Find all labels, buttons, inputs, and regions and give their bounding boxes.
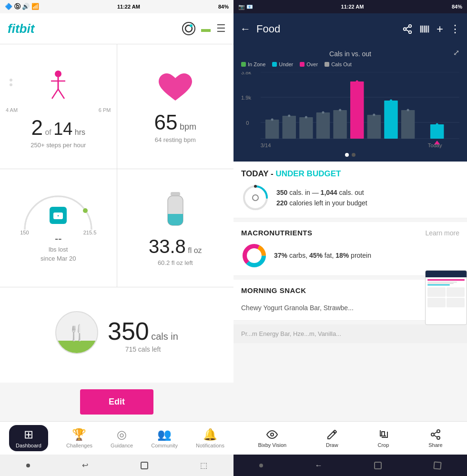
sys-dot-left xyxy=(26,464,30,467)
macros-data-row: 37% carbs, 45% fat, 18% protein xyxy=(241,243,459,269)
nav-item-notifications[interactable]: 🔔 Notifications xyxy=(196,428,224,448)
food-header-icons: + ⋮ xyxy=(402,22,460,36)
food-thumbnail xyxy=(425,270,467,325)
nav-label-community: Community xyxy=(151,443,178,448)
svg-rect-37 xyxy=(299,117,313,139)
bixby-vision-button[interactable]: Bixby Vision xyxy=(258,429,286,448)
nav-item-challenges[interactable]: 🏆 Challenges xyxy=(66,428,92,448)
nav-item-community[interactable]: 👥 Community xyxy=(151,428,178,448)
sys-recent-left[interactable]: ⬚ xyxy=(200,461,207,470)
budget-dial-icon xyxy=(241,183,270,212)
steps-card[interactable]: 4 AM 6 PM 2 of 14 hrs 250+ steps per hou… xyxy=(0,44,117,169)
chart-dot-1 xyxy=(345,153,349,157)
cals-left-value: 220 xyxy=(276,199,287,207)
crop-button[interactable]: Crop xyxy=(377,429,389,448)
chart-expand-icon[interactable]: ⤢ xyxy=(453,48,459,57)
right-status-icons: 📷 📧 xyxy=(238,4,253,10)
chart-title: Cals in vs. out xyxy=(241,50,459,58)
bixby-vision-label: Bixby Vision xyxy=(258,442,286,448)
legend-cals-out: Cals Out xyxy=(325,61,352,67)
svg-rect-42 xyxy=(384,101,397,139)
svg-rect-15 xyxy=(168,214,183,226)
svg-line-20 xyxy=(406,26,409,28)
sys-home-right[interactable] xyxy=(374,462,382,469)
sys-dot-right xyxy=(259,464,263,467)
svg-point-16 xyxy=(409,24,412,27)
food-card[interactable]: 🍴 350 cals in 715 cals left xyxy=(0,287,234,383)
fat-pct: 45% xyxy=(309,252,323,259)
svg-rect-41 xyxy=(367,115,381,139)
svg-rect-25 xyxy=(426,25,426,32)
macro-breakdown: 37% carbs, 45% fat, 18% protein xyxy=(274,250,371,261)
budget-row: 350 cals. in — 1,044 cals. out 220 calor… xyxy=(241,183,459,212)
fork-knife-icon: 🍴 xyxy=(67,324,86,342)
snack-title: MORNING SNACK xyxy=(241,286,306,294)
water-amount: 33.8 xyxy=(149,236,186,257)
draw-label: Draw xyxy=(326,442,338,448)
connection-icon[interactable]: ▬ xyxy=(201,23,211,34)
share-icon[interactable] xyxy=(402,24,413,34)
back-button[interactable]: ← xyxy=(240,23,251,35)
right-status-time: 11:22 AM xyxy=(341,4,364,10)
left-status-bar: 🔷 ⓑ 🔊 📶 11:22 AM 84% xyxy=(0,0,234,13)
protein-pct: 18% xyxy=(335,252,349,259)
community-icon: 👥 xyxy=(157,428,172,441)
left-panel: 🔷 ⓑ 🔊 📶 11:22 AM 84% fitbit ... ▬ ☰ xyxy=(0,0,234,476)
status-icons-left: 🔷 ⓑ 🔊 📶 xyxy=(5,2,39,11)
barcode-icon[interactable] xyxy=(419,24,430,34)
svg-text:...: ... xyxy=(190,25,192,28)
bottom-nav: ⊞ Dashboard 🏆 Challenges ◎ Guidance 👥 Co… xyxy=(0,421,234,455)
cals-out-label: cals. out xyxy=(339,189,364,196)
sys-home-left[interactable] xyxy=(141,462,148,469)
food-cals-unit: cals in xyxy=(151,331,178,342)
tracker-icon[interactable]: ... xyxy=(182,22,195,35)
fat-label: fat, xyxy=(323,252,335,259)
chart-legend: In Zone Under Over Cals Out xyxy=(241,61,459,67)
sys-back-right[interactable]: ← xyxy=(315,461,323,470)
steps-sublabel: 250+ steps per hour xyxy=(30,142,86,149)
left-system-bar: ↩ ⬚ xyxy=(0,455,234,476)
svg-text:3.8k: 3.8k xyxy=(241,72,252,75)
legend-dot-under xyxy=(272,62,277,67)
water-card[interactable]: 33.8 fl oz 60.2 fl oz left xyxy=(117,169,234,286)
legend-in-zone: In Zone xyxy=(241,61,265,67)
weight-sub: lbs lost since Mar 20 xyxy=(41,245,76,263)
right-status-bar: 📷 📧 11:22 AM 84% xyxy=(234,0,467,13)
weight-card[interactable]: ▪ 150 215.5 -- lbs lost since Mar 20 xyxy=(0,169,117,286)
svg-rect-22 xyxy=(422,25,422,32)
more-options-icon[interactable]: ⋮ xyxy=(450,23,460,35)
svg-point-18 xyxy=(409,30,412,33)
right-panel: 📷 📧 11:22 AM 84% ← Food + ⋮ Cals xyxy=(234,0,467,476)
legend-over: Over xyxy=(300,61,318,67)
edit-button[interactable]: Edit xyxy=(80,389,153,415)
sys-back-left[interactable]: ↩ xyxy=(82,461,88,470)
morning-snack-section: MORNING SNACK 35 Chewy Yogurt Granola Ba… xyxy=(234,280,467,321)
menu-icon[interactable]: ☰ xyxy=(216,22,226,35)
food-page-title: Food xyxy=(256,23,396,35)
macronutrients-section: MACRONUTRIENTS Learn more 37 xyxy=(234,222,467,276)
snack-item-2[interactable]: Pr...m Energy Bar, Hze...m, Vanilla... xyxy=(234,324,467,343)
share-button[interactable]: Share xyxy=(428,429,442,448)
weight-label-left: 150 xyxy=(20,230,29,235)
nav-item-guidance[interactable]: ◎ Guidance xyxy=(111,428,133,448)
learn-more-link[interactable]: Learn more xyxy=(425,229,459,237)
fitbit-header: fitbit ... ▬ ☰ xyxy=(0,13,234,44)
today-budget-section: TODAY - UNDER BUDGET 350 cals. in — 1,04… xyxy=(234,162,467,218)
svg-point-51 xyxy=(356,81,358,83)
today-prefix: TODAY - xyxy=(241,169,275,178)
nav-label-notifications: Notifications xyxy=(196,443,224,448)
food-header: ← Food + ⋮ xyxy=(234,13,467,44)
nav-item-dashboard[interactable]: ⊞ Dashboard xyxy=(9,425,48,451)
svg-point-68 xyxy=(431,433,434,436)
add-food-icon[interactable]: + xyxy=(437,22,443,36)
macros-header: MACRONUTRIENTS Learn more xyxy=(241,229,459,237)
svg-rect-36 xyxy=(283,116,296,139)
sys-recent-right[interactable] xyxy=(433,461,441,469)
svg-text:Today: Today xyxy=(428,142,442,148)
cals-in-value: 350 xyxy=(276,189,287,196)
svg-point-52 xyxy=(373,114,375,116)
draw-button[interactable]: Draw xyxy=(326,429,338,448)
cals-left-label: calories left in your budget xyxy=(289,199,367,207)
today-budget-title: TODAY - UNDER BUDGET xyxy=(241,169,459,179)
heart-rate-card[interactable]: 65 bpm 64 resting bpm xyxy=(117,44,234,169)
